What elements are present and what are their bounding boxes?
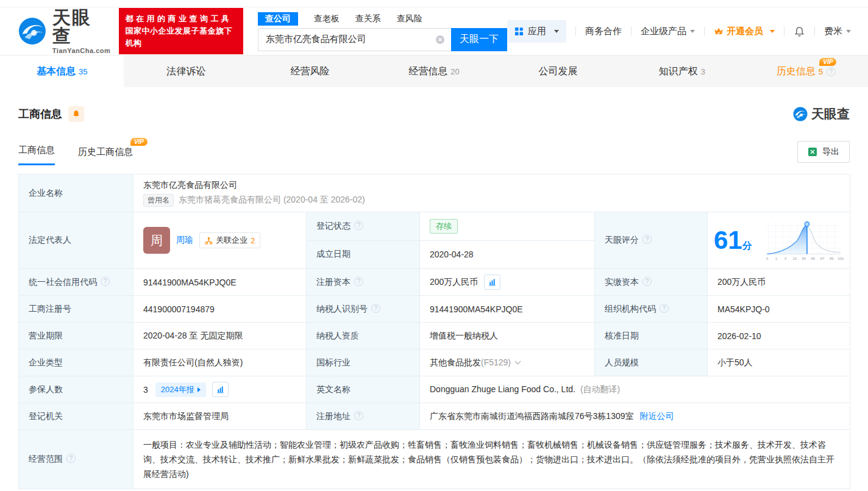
apps-grid-icon xyxy=(514,27,524,36)
export-button[interactable]: 导出 xyxy=(797,141,850,163)
bar-chart-icon xyxy=(488,278,496,286)
crown-icon xyxy=(714,27,724,35)
company-nav-tabs: 基本信息35 法律诉讼 经营风险 经营信息20 公司发展 知识产权3 VIP 历… xyxy=(0,55,868,87)
credit-code-label: 统一社会信用代码 xyxy=(19,269,133,296)
tianyancha-logo-icon xyxy=(18,17,46,45)
staff-size-label: 人员规模 xyxy=(595,349,708,376)
help-icon[interactable] xyxy=(371,304,380,313)
nav-divider xyxy=(704,27,705,35)
search-tab-relation[interactable]: 查关系 xyxy=(355,13,381,24)
former-name-badge: 曾用名 xyxy=(143,194,174,207)
nav-enterprise-products[interactable]: 企业级产品 xyxy=(641,26,695,37)
main-content: 工商信息 天眼查 工商信息 VIP 历史工商信息 xyxy=(0,106,868,489)
legal-rep-avatar: 周 xyxy=(143,227,170,254)
paid-capital-label: 实缴资本 xyxy=(595,269,708,296)
tab-legal-proceedings[interactable]: 法律诉讼 xyxy=(124,56,247,87)
table-row: 参保人数 3 2024年报 英文名称 xyxy=(19,376,850,403)
table-row: 登记机关 东莞市市场监督管理局 注册地址 广东省东莞市南城街道鸿福西路南城段76… xyxy=(19,403,850,430)
svg-text:15: 15 xyxy=(792,257,797,260)
subtab-history-business-info[interactable]: VIP 历史工商信息 xyxy=(78,146,133,165)
insured-count-value: 3 xyxy=(143,385,148,395)
business-info-subtabs: 工商信息 VIP 历史工商信息 导出 xyxy=(18,141,850,165)
tab-company-development[interactable]: 公司发展 xyxy=(496,56,620,87)
help-icon[interactable] xyxy=(642,235,652,244)
search-input[interactable] xyxy=(258,29,451,51)
capital-trend-button[interactable] xyxy=(484,274,500,290)
notifications-bell-icon[interactable] xyxy=(794,26,805,37)
address-value: 广东省东莞市南城街道鸿福西路南城段76号3栋1309室 xyxy=(430,411,634,421)
nav-divider xyxy=(784,27,784,35)
tianyancha-watermark: 天眼查 xyxy=(793,106,850,123)
subtab-business-info[interactable]: 工商信息 xyxy=(18,145,55,165)
help-icon[interactable] xyxy=(354,221,363,230)
taxpayer-id-value: 91441900MA54KPJQ0E xyxy=(420,296,595,323)
vip-badge: VIP xyxy=(130,138,148,146)
apps-menu[interactable]: 应用 xyxy=(507,20,566,43)
vip-label: 开通会员 xyxy=(727,26,763,37)
taxpayer-quality-label: 纳税人资质 xyxy=(307,323,420,349)
industry-code: (F5129) xyxy=(481,357,511,367)
svg-text:0: 0 xyxy=(766,257,768,260)
status-badge: 存续 xyxy=(430,219,458,234)
industry-label: 国标行业 xyxy=(307,349,420,376)
company-name-label: 企业名称 xyxy=(19,174,133,212)
nearby-companies-link[interactable]: 附近公司 xyxy=(640,411,674,421)
svg-text:50: 50 xyxy=(802,257,806,260)
biz-scope-label: 经营范围 xyxy=(19,430,133,489)
tab-intellectual-property[interactable]: 知识产权3 xyxy=(620,56,744,87)
logo-domain-text: TianYanCha.com xyxy=(52,47,111,54)
table-row: 企业类型 有限责任公司(自然人独资) 国标行业 其他食品批发(F5129) 人员… xyxy=(19,349,850,376)
help-icon[interactable] xyxy=(101,277,110,286)
annual-report-badge[interactable]: 2024年报 xyxy=(155,382,206,397)
search-tab-company[interactable]: 查公司 xyxy=(258,12,298,26)
site-header: 天眼查 TianYanCha.com 都在用的商业查询工具 国家中小企业发展子基… xyxy=(0,7,868,55)
approval-date-label: 核准日期 xyxy=(595,323,708,349)
site-logo[interactable]: 天眼查 TianYanCha.com xyxy=(18,9,110,54)
biz-term-label: 营业期限 xyxy=(19,323,133,349)
table-row: 统一社会信用代码 91441900MA54KPJQ0E 注册资本 200万人民币 xyxy=(19,269,850,296)
svg-text:99: 99 xyxy=(829,257,833,260)
subscribe-bell-button[interactable] xyxy=(68,106,84,122)
section-header: 工商信息 天眼查 xyxy=(18,106,850,123)
legal-rep-name-link[interactable]: 周瑜 xyxy=(176,235,193,246)
nav-user-menu[interactable]: 费米 xyxy=(824,26,851,37)
excel-icon xyxy=(808,147,817,157)
tab-history-info[interactable]: VIP 历史信息 5 xyxy=(744,56,868,87)
biz-term-value: 2020-04-28 至 无固定期限 xyxy=(133,323,307,349)
nav-vip-upgrade[interactable]: 开通会员 xyxy=(714,26,775,37)
chevron-down-icon[interactable] xyxy=(515,358,521,364)
help-icon[interactable] xyxy=(66,454,76,463)
nav-business-cooperation[interactable]: 商务合作 xyxy=(585,26,622,37)
english-name-value: Dongguan Zhuge Liang Food Co., Ltd. xyxy=(430,384,575,394)
org-code-label: 组织机构代码 xyxy=(595,296,708,323)
help-icon[interactable] xyxy=(642,277,652,286)
related-companies-badge[interactable]: 关联企业 2 xyxy=(199,232,260,248)
help-icon[interactable] xyxy=(354,411,363,420)
insured-count-label: 参保人数 xyxy=(19,376,133,403)
search-button[interactable]: 天眼一下 xyxy=(451,28,507,51)
insured-trend-button[interactable] xyxy=(212,382,229,397)
tab-basic-info[interactable]: 基本信息35 xyxy=(0,56,124,87)
tianyancha-score: 61分 xyxy=(714,216,844,265)
tab-count: 5 xyxy=(819,67,823,76)
table-row: 企业名称 东莞市亿亮食品有限公司 曾用名 东莞市猪葛亮食品有限公司 (2020-… xyxy=(19,174,850,212)
help-icon[interactable] xyxy=(660,304,669,313)
search-area: 查公司 查老板 查关系 查风险 天眼一下 xyxy=(258,12,507,51)
taxpayer-quality-value: 增值税一般纳税人 xyxy=(420,323,595,349)
tab-operating-info[interactable]: 经营信息20 xyxy=(372,56,496,87)
clear-search-icon[interactable] xyxy=(435,35,445,45)
svg-text:3: 3 xyxy=(784,257,787,260)
search-tab-boss[interactable]: 查老板 xyxy=(314,13,340,24)
help-icon[interactable] xyxy=(827,67,836,76)
chevron-down-icon xyxy=(846,30,851,33)
reg-capital-value: 200万人民币 xyxy=(430,277,478,288)
tab-count: 3 xyxy=(701,67,705,76)
former-name-value: 东莞市猪葛亮食品有限公司 (2020-04 至 2026-02) xyxy=(179,195,365,206)
search-tab-risk[interactable]: 查风险 xyxy=(397,13,422,24)
tab-operating-risk[interactable]: 经营风险 xyxy=(248,56,372,87)
auto-translate-note: (自动翻译) xyxy=(580,384,620,394)
help-icon[interactable] xyxy=(354,277,363,286)
chevron-down-icon xyxy=(770,30,775,33)
svg-text:97: 97 xyxy=(820,257,824,260)
approval-date-value: 2026-02-10 xyxy=(708,323,850,349)
